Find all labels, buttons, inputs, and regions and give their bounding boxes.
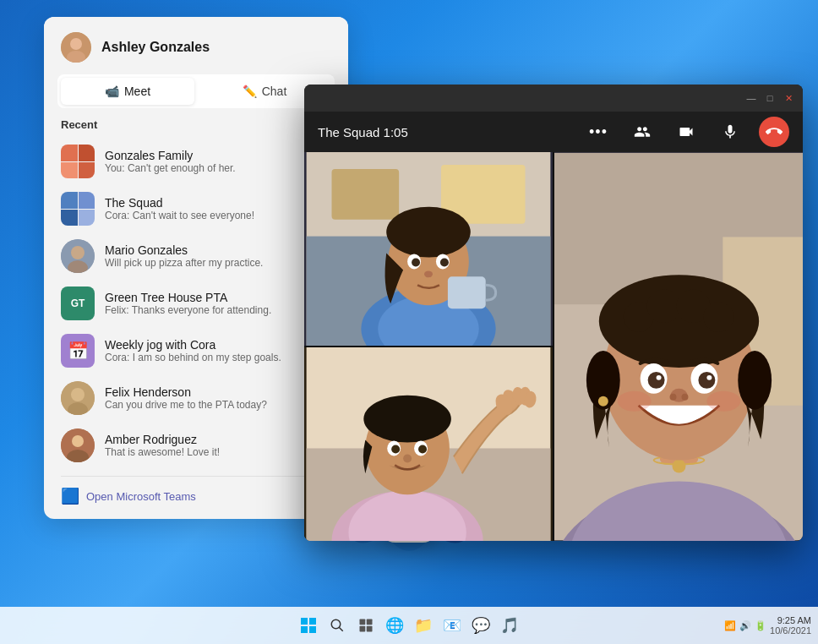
- taskbar-icons-area: 📶 🔊 🔋: [724, 620, 766, 631]
- svg-rect-84: [301, 618, 308, 625]
- svg-rect-93: [367, 626, 373, 632]
- recent-label: Recent: [44, 118, 348, 138]
- video-participant-2: [554, 152, 803, 541]
- chat-item[interactable]: GT Green Tree House PTA Felix: Thanks ev…: [51, 280, 341, 327]
- chat-icon: ✏️: [243, 85, 257, 98]
- svg-point-51: [703, 302, 733, 332]
- svg-rect-92: [360, 626, 366, 632]
- svg-point-57: [657, 375, 662, 380]
- svg-point-13: [71, 246, 85, 259]
- svg-point-63: [706, 391, 740, 412]
- svg-point-88: [331, 619, 341, 629]
- video-toggle-button[interactable]: [671, 117, 701, 147]
- svg-rect-35: [448, 276, 486, 308]
- svg-point-43: [673, 460, 686, 473]
- tab-meet[interactable]: 📹 Meet: [61, 78, 194, 105]
- chat-item[interactable]: Amber Rodriguez That is awesome! Love it…: [51, 422, 341, 469]
- avatar: GT: [61, 287, 95, 320]
- svg-point-61: [681, 394, 688, 401]
- svg-point-45: [599, 275, 759, 368]
- video-titlebar: — □ ✕: [304, 85, 803, 112]
- chat-panel-header: Ashley Gonzales: [44, 17, 348, 74]
- svg-point-55: [648, 372, 665, 389]
- svg-rect-23: [332, 169, 400, 220]
- svg-point-49: [647, 289, 681, 323]
- wifi-icon: 📶: [724, 620, 736, 631]
- end-call-button[interactable]: [759, 117, 789, 147]
- divider: [61, 476, 331, 477]
- chat-panel: Ashley Gonzales 📹 Meet ✏️ Chat Recent Go…: [44, 17, 348, 519]
- teams-taskbar-button[interactable]: 💬: [469, 614, 493, 637]
- call-title: The Squad 1:05: [318, 125, 570, 139]
- user-name: Ashley Gonzales: [101, 40, 210, 55]
- svg-point-78: [391, 445, 400, 453]
- svg-rect-87: [309, 626, 316, 633]
- chat-item[interactable]: Gonzales Family You: Can't get enough of…: [51, 138, 341, 185]
- svg-rect-86: [301, 626, 308, 633]
- battery-icon: 🔋: [755, 620, 766, 631]
- media-button[interactable]: 🎵: [498, 614, 521, 637]
- task-view-button[interactable]: [354, 614, 378, 637]
- group-avatar: [61, 192, 95, 226]
- svg-line-89: [339, 627, 343, 631]
- edge-browser-button[interactable]: 🌐: [383, 614, 406, 637]
- chat-item[interactable]: 📅 Weekly jog with Cora Cora: I am so beh…: [51, 327, 341, 374]
- svg-point-10: [70, 38, 82, 50]
- more-options-button[interactable]: •••: [583, 117, 614, 147]
- taskbar-time: 9:25 AM: [770, 615, 811, 625]
- svg-point-60: [670, 394, 677, 401]
- svg-point-75: [363, 396, 451, 443]
- svg-point-29: [386, 207, 471, 258]
- video-grid: [304, 152, 803, 541]
- svg-point-56: [698, 372, 715, 389]
- taskbar-center: 🌐 📁 📧 💬 🎵: [297, 614, 521, 637]
- user-avatar: [61, 32, 91, 63]
- video-icon: 📹: [105, 85, 119, 98]
- taskbar-date: 10/6/2021: [770, 625, 811, 636]
- video-call-window: — □ ✕ The Squad 1:05 •••: [304, 85, 803, 541]
- svg-point-52: [598, 396, 608, 407]
- svg-point-79: [418, 445, 427, 453]
- svg-point-34: [424, 270, 433, 277]
- svg-rect-90: [360, 619, 366, 625]
- video-participant-1: [304, 152, 553, 346]
- chat-item[interactable]: Felix Henderson Can you drive me to the …: [51, 374, 341, 422]
- start-button[interactable]: [297, 614, 320, 637]
- video-participant-3: [304, 347, 553, 541]
- svg-point-80: [403, 454, 412, 462]
- mute-button[interactable]: [715, 117, 745, 147]
- minimize-button[interactable]: —: [747, 94, 755, 102]
- chat-item[interactable]: Mario Gonzales Will pick up pizza after …: [51, 232, 341, 280]
- chat-list: Gonzales Family You: Can't get enough of…: [44, 138, 348, 469]
- taskbar-search-button[interactable]: [325, 614, 349, 637]
- call-controls-bar: The Squad 1:05 •••: [304, 112, 803, 152]
- taskbar: 🌐 📁 📧 💬 🎵 📶 🔊 🔋 9:25 AM 10/6/2021: [0, 607, 818, 644]
- svg-point-19: [72, 435, 84, 447]
- file-explorer-button[interactable]: 📁: [412, 614, 435, 637]
- svg-point-62: [618, 391, 652, 412]
- sound-icon: 🔊: [739, 620, 751, 631]
- svg-point-47: [738, 351, 772, 410]
- chat-item[interactable]: The Squad Cora: Can't wait to see everyo…: [51, 185, 341, 232]
- tabs-container: 📹 Meet ✏️ Chat: [57, 74, 335, 108]
- svg-rect-91: [367, 619, 373, 625]
- open-teams-button[interactable]: 🟦 Open Microsoft Teams: [61, 487, 331, 505]
- avatar: [61, 239, 95, 273]
- group-avatar: [61, 145, 95, 178]
- avatar: [61, 428, 95, 462]
- svg-rect-85: [309, 618, 316, 625]
- teams-icon: 🟦: [61, 487, 79, 505]
- avatar: 📅: [61, 334, 95, 368]
- svg-point-33: [440, 258, 449, 266]
- svg-point-32: [412, 258, 420, 266]
- add-people-button[interactable]: [627, 117, 657, 147]
- titlebar-controls: — □ ✕: [747, 94, 793, 102]
- mail-button[interactable]: 📧: [440, 614, 464, 637]
- taskbar-right: 📶 🔊 🔋 9:25 AM 10/6/2021: [724, 615, 811, 636]
- svg-point-58: [706, 375, 712, 380]
- svg-point-16: [71, 388, 85, 401]
- maximize-button[interactable]: □: [766, 94, 774, 102]
- close-button[interactable]: ✕: [784, 94, 793, 102]
- avatar: [61, 381, 95, 415]
